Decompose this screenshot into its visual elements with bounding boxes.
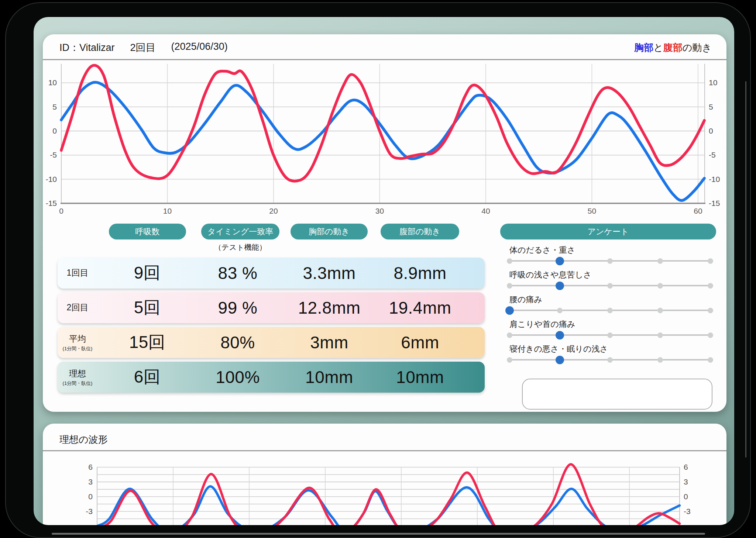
svg-text:-15: -15 [46, 199, 57, 207]
slider-dot-selected[interactable] [556, 282, 564, 290]
slider-dot[interactable] [657, 308, 663, 313]
table-row-session1: 1回目 9回 83 % 3.3mm 8.9mm [58, 258, 485, 289]
svg-text:10: 10 [163, 207, 172, 215]
slider-dot-selected[interactable] [556, 331, 564, 339]
svg-text:0: 0 [684, 492, 688, 501]
column-button-timing-match[interactable]: タイミング一致率 [201, 224, 279, 239]
abdomen-movement-value: 19.4mm [379, 292, 461, 323]
breath-count-value: 5回 [107, 292, 188, 323]
survey-item-label: 肩こりや首の痛み [509, 319, 575, 330]
breath-count-value: 6回 [107, 362, 188, 393]
slider-dot[interactable] [607, 258, 613, 264]
ideal-panel-divider [43, 450, 726, 451]
legend-suffix: の動き [683, 42, 712, 53]
svg-text:10: 10 [48, 78, 57, 87]
svg-text:50: 50 [588, 207, 596, 215]
slider-dot[interactable] [708, 332, 713, 338]
survey-item-label: 呼吸の浅さや息苦しさ [509, 269, 592, 280]
survey-section: 体のだるさ・重さ呼吸の浅さや息苦しさ腰の痛み肩こりや首の痛み寝付きの悪さ・眠りの… [509, 245, 710, 377]
survey-item: 呼吸の浅さや息苦しさ [509, 269, 710, 292]
column-button-abdomen-movement[interactable]: 腹部の動き [381, 224, 459, 239]
column-button-chest-movement[interactable]: 胸部の動き [291, 224, 368, 239]
svg-text:3: 3 [88, 477, 93, 486]
svg-text:10: 10 [709, 78, 717, 87]
svg-text:-10: -10 [709, 175, 720, 183]
timing-match-value: 83 % [197, 258, 278, 289]
legend-and: と [653, 42, 663, 53]
survey-item-label: 体のだるさ・重さ [509, 245, 575, 256]
slider-dot[interactable] [657, 258, 663, 264]
table-row-session2: 2回目 5回 99 % 12.8mm 19.4mm [58, 292, 485, 323]
svg-text:-3: -3 [86, 507, 93, 515]
slider-dot[interactable] [708, 258, 713, 264]
tablet-rim-right [745, 81, 746, 458]
slider-dot[interactable] [708, 357, 713, 363]
slider-dot[interactable] [607, 308, 613, 313]
table-row-average: 平均(1分間・臥位) 15回 80% 3mm 6mm [58, 327, 485, 358]
ideal-waveform-panel: 理想の波形 663300-3-3 [43, 424, 726, 525]
legend-chest: 胸部 [634, 42, 653, 53]
session-label: 2回目 [130, 41, 156, 54]
slider-dot[interactable] [557, 308, 563, 313]
timing-match-value: 80% [197, 327, 278, 358]
row-label: 理想 [69, 368, 86, 379]
chest-movement-value: 3.3mm [289, 258, 370, 289]
date-label: (2025/06/30) [171, 41, 228, 54]
chest-movement-value: 3mm [289, 327, 370, 358]
test-feature-note: （テスト機能） [201, 242, 279, 252]
row-sublabel: (1分間・臥位) [63, 380, 93, 387]
slider-dot[interactable] [507, 357, 512, 363]
row-label: 平均 [69, 333, 86, 345]
slider-dot[interactable] [507, 283, 512, 289]
slider-dot[interactable] [708, 283, 713, 289]
column-button-breath-count[interactable]: 呼吸数 [109, 224, 186, 239]
svg-text:6: 6 [684, 463, 688, 471]
svg-text:40: 40 [481, 207, 490, 215]
svg-text:6: 6 [88, 463, 93, 471]
svg-text:5: 5 [52, 103, 57, 111]
svg-text:-10: -10 [46, 175, 57, 183]
svg-text:5: 5 [709, 103, 713, 111]
timing-match-value: 99 % [197, 292, 278, 323]
slider-dot-selected[interactable] [556, 257, 564, 265]
slider-dot-selected[interactable] [556, 356, 564, 364]
row-label: 2回目 [67, 302, 89, 313]
tablet-rim-bottom [52, 533, 705, 535]
svg-text:60: 60 [694, 207, 702, 215]
slider-dot-selected[interactable] [505, 306, 514, 315]
breathing-waveform-chart: 10105500-5-5-10-10-15-150102030405060 [43, 60, 726, 219]
svg-text:3: 3 [684, 477, 688, 486]
survey-item: 腰の痛み [509, 294, 710, 317]
survey-item-label: 腰の痛み [509, 294, 542, 305]
report-header: ID：Vitalizar 2回目 (2025/06/30) [59, 41, 228, 54]
slider-dot[interactable] [708, 308, 713, 313]
survey-header-button[interactable]: アンケート [500, 224, 716, 239]
slider-dot[interactable] [607, 357, 613, 363]
slider-dot[interactable] [657, 357, 663, 363]
chest-movement-value: 10mm [289, 362, 370, 393]
chest-movement-value: 12.8mm [289, 292, 370, 323]
survey-item: 寝付きの悪さ・眠りの浅さ [509, 344, 710, 366]
tablet-body: ID：Vitalizar 2回目 (2025/06/30) 胸部と腹部の動き 1… [5, 2, 751, 538]
report-panel: ID：Vitalizar 2回目 (2025/06/30) 胸部と腹部の動き 1… [43, 34, 726, 412]
abdomen-movement-value: 8.9mm [379, 258, 461, 289]
svg-text:20: 20 [269, 207, 278, 215]
timing-match-value: 100% [197, 362, 278, 393]
slider-dot[interactable] [607, 332, 613, 338]
slider-dot[interactable] [507, 258, 512, 264]
svg-text:0: 0 [52, 127, 57, 135]
ideal-waveform-title: 理想の波形 [59, 433, 108, 446]
patient-id: ID：Vitalizar [59, 41, 115, 54]
svg-text:0: 0 [709, 127, 713, 135]
slider-dot[interactable] [657, 332, 663, 338]
slider-dot[interactable] [507, 332, 512, 338]
breath-count-value: 15回 [107, 327, 188, 358]
row-label: 1回目 [67, 267, 89, 279]
survey-comment-box[interactable] [522, 379, 712, 410]
slider-dot[interactable] [657, 283, 663, 289]
svg-text:0: 0 [88, 492, 93, 501]
screen: ID：Vitalizar 2回目 (2025/06/30) 胸部と腹部の動き 1… [34, 17, 734, 525]
breath-count-value: 9回 [107, 258, 188, 289]
tablet: ID：Vitalizar 2回目 (2025/06/30) 胸部と腹部の動き 1… [0, 0, 756, 538]
slider-dot[interactable] [607, 283, 613, 289]
